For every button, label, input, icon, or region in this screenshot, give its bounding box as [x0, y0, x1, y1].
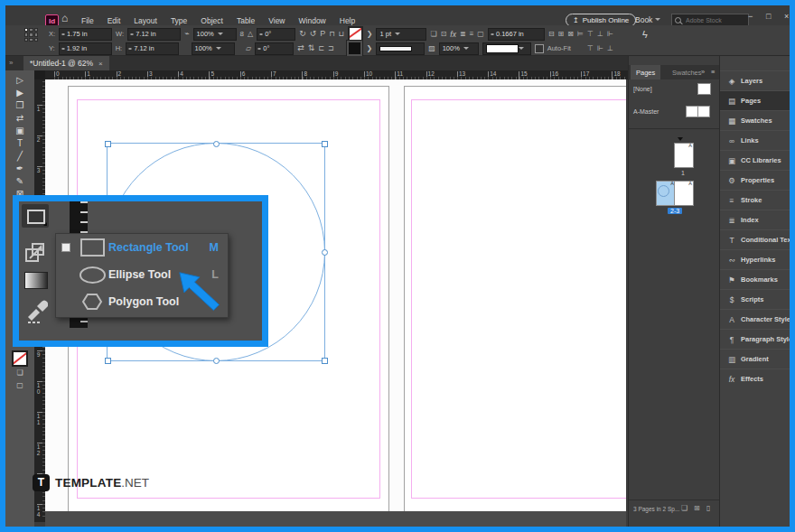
menu-table[interactable]: Table: [237, 16, 255, 25]
stroke-style-dropdown[interactable]: [376, 42, 425, 55]
rotation-angle-field[interactable]: 0°: [257, 28, 295, 41]
search-input[interactable]: [684, 16, 742, 24]
gradient-swatch-tool[interactable]: [24, 272, 48, 289]
master-none-label[interactable]: [None]: [633, 86, 652, 92]
maximize-button[interactable]: □: [766, 13, 771, 21]
fit-content-icon[interactable]: ⊞: [558, 31, 565, 38]
wrap-none-icon[interactable]: ≣: [460, 31, 466, 38]
effects-icon[interactable]: fx: [450, 30, 456, 39]
page-2-thumbnail[interactable]: A: [656, 181, 676, 206]
paragraph-composer-icon[interactable]: P: [320, 30, 325, 38]
scale-x-field[interactable]: 100%: [193, 28, 237, 41]
text-align-right-icon[interactable]: ⊥: [607, 45, 613, 52]
dock-item-gradient[interactable]: ▥Gradient: [720, 349, 790, 369]
dock-item-properties[interactable]: ⚙Properties: [720, 170, 790, 190]
a-master-thumbnail-left[interactable]: [686, 106, 698, 117]
scale-y-field[interactable]: 100%: [192, 42, 235, 55]
normal-view-icon[interactable]: ❏: [16, 369, 23, 377]
dock-item-index[interactable]: ≣Index: [720, 210, 790, 229]
handle-bottom-right[interactable]: [322, 358, 328, 364]
menu-help[interactable]: Help: [340, 16, 355, 25]
line-tool[interactable]: ╱: [5, 150, 34, 163]
book-dropdown[interactable]: Book: [635, 14, 660, 25]
handle-top-left[interactable]: [105, 141, 111, 147]
reference-point-proxy[interactable]: [24, 28, 38, 42]
dock-item-character-styles[interactable]: ACharacter Styles: [720, 309, 790, 329]
stroke-more-icon[interactable]: ❯: [367, 31, 373, 38]
dock-item-stroke[interactable]: ≡Stroke: [720, 190, 790, 210]
fill-stroke-proxy[interactable]: [5, 350, 34, 367]
constrain-scale-icon[interactable]: 8: [240, 31, 244, 38]
align-center-icon[interactable]: ⊤: [587, 31, 594, 38]
new-page-icon[interactable]: ⊞: [694, 504, 700, 512]
selection-tool[interactable]: ▷: [5, 74, 34, 87]
master-none-thumbnail[interactable]: [697, 83, 711, 95]
text-align-center-icon[interactable]: ⊩: [597, 45, 603, 52]
edit-page-size-icon[interactable]: ❏: [681, 504, 687, 512]
stroke-color-swatch-none[interactable]: [348, 26, 363, 42]
handle-top-right[interactable]: [322, 141, 328, 147]
align-left-icon[interactable]: ⊨: [577, 31, 584, 38]
quick-apply-icon[interactable]: ϟ: [642, 29, 648, 40]
dock-item-links[interactable]: ∞Links: [720, 130, 790, 150]
eyedropper-tool[interactable]: [24, 295, 48, 324]
menu-edit[interactable]: Edit: [108, 16, 121, 25]
autofit-checkbox[interactable]: [535, 44, 544, 53]
dock-item-cc-libraries[interactable]: ▣CC Libraries: [720, 150, 790, 170]
fit-frame-icon[interactable]: ⊟: [548, 31, 555, 38]
flip-vertical-icon[interactable]: ⇅: [308, 44, 315, 52]
corner-options-icon[interactable]: ❏: [430, 31, 436, 38]
content-collector-tool[interactable]: ▣: [5, 125, 34, 137]
dock-item-bookmarks[interactable]: ⚑Bookmarks: [720, 269, 790, 289]
pencil-tool[interactable]: ✎: [5, 175, 34, 188]
handle-top-center[interactable]: [213, 141, 220, 147]
tab-pages[interactable]: Pages: [631, 65, 660, 79]
type-tool[interactable]: T: [5, 137, 34, 150]
flyout-item-rectangle-tool[interactable]: Rectangle Tool M: [56, 234, 228, 261]
a-master-thumbnail-right[interactable]: [697, 106, 710, 117]
corner-shape-icon[interactable]: ⊡: [441, 31, 447, 38]
minimize-button[interactable]: −: [748, 13, 753, 21]
spread-2-3-label[interactable]: 2-3: [668, 208, 682, 214]
y-field[interactable]: 1.92 in: [59, 42, 112, 55]
menu-window[interactable]: Window: [299, 16, 326, 25]
rectangle-tool-button[interactable]: [22, 204, 49, 228]
collapse-panel-icon[interactable]: »: [701, 68, 705, 76]
a-master-label[interactable]: A-Master: [633, 108, 659, 115]
tools-panel-chevrons-icon[interactable]: »: [9, 59, 13, 67]
fill-frame-icon[interactable]: ⊠: [567, 31, 574, 38]
swatch-dropdown[interactable]: [482, 42, 531, 55]
screen-mode-icon[interactable]: ▢: [16, 381, 23, 389]
w-field[interactable]: 7.12 in: [127, 28, 181, 41]
stroke-weight-field[interactable]: 1 pt: [376, 28, 426, 41]
rotate-ccw-icon[interactable]: ↺: [310, 30, 317, 38]
dock-item-conditional-text[interactable]: TConditional Text: [720, 229, 790, 249]
dock-item-effects[interactable]: fxEffects: [720, 369, 790, 388]
dock-item-pages[interactable]: ▤Pages: [720, 90, 790, 110]
page-3-thumbnail[interactable]: A: [674, 181, 694, 206]
page-1-thumbnail[interactable]: A: [674, 143, 694, 168]
dock-item-hyperlinks[interactable]: ∾Hyperlinks: [720, 249, 790, 269]
close-button[interactable]: ×: [784, 13, 789, 21]
free-transform-tool[interactable]: [23, 241, 47, 265]
tab-close-icon[interactable]: ×: [98, 60, 103, 68]
dock-item-swatches[interactable]: ▦Swatches: [720, 110, 790, 130]
dock-item-paragraph-styles[interactable]: ¶Paragraph Styles: [720, 329, 790, 349]
rotate-cw-icon[interactable]: ↻: [299, 30, 306, 38]
menu-view[interactable]: View: [268, 16, 285, 25]
dock-item-scripts[interactable]: $Scripts: [720, 289, 790, 309]
x-field[interactable]: 1.75 in: [59, 28, 112, 41]
direct-selection-tool[interactable]: ▶: [5, 87, 34, 99]
none-swatch[interactable]: [12, 350, 28, 367]
page-tool[interactable]: ❐: [5, 99, 34, 112]
distribute-icon[interactable]: ⊩: [607, 31, 613, 38]
distribute-right-icon[interactable]: ⊐: [328, 45, 334, 52]
handle-bottom-center[interactable]: [213, 358, 220, 364]
align-top-icon[interactable]: ⊓: [329, 31, 334, 38]
fill-color-swatch[interactable]: [347, 41, 362, 56]
text-align-left-icon[interactable]: ⊤: [587, 45, 594, 52]
opacity-field[interactable]: 100%: [439, 42, 479, 55]
wrap-around-icon[interactable]: ≡: [470, 31, 474, 38]
distribute-left-icon[interactable]: ⊏: [318, 45, 324, 52]
menu-type[interactable]: Type: [171, 16, 187, 25]
